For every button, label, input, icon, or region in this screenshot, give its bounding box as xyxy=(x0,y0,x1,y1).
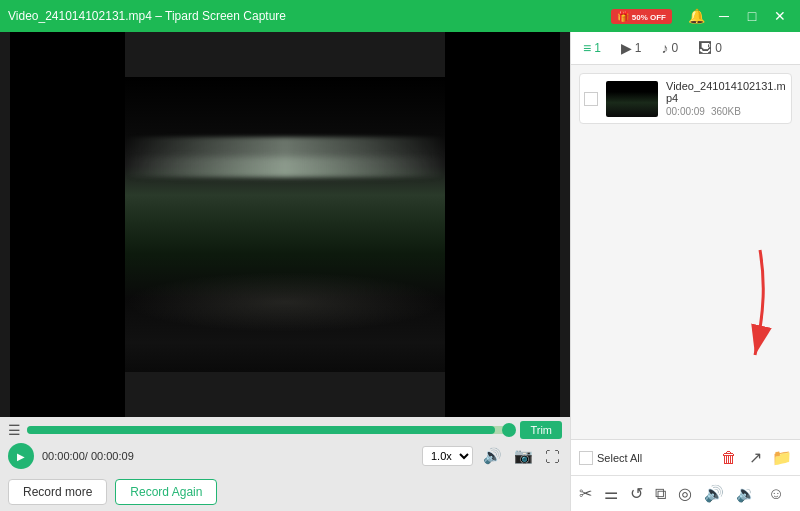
audio-up-icon[interactable]: 🔊 xyxy=(704,484,724,503)
delete-icon[interactable]: 🗑 xyxy=(719,447,739,469)
bottom-icons: 🗑 ↗ 📁 xyxy=(719,446,792,469)
play-button[interactable]: ▶ xyxy=(8,443,34,469)
app-title: Video_241014102131.mp4 – Tipard Screen C… xyxy=(8,9,286,23)
video-right-bar xyxy=(445,32,560,417)
tab-audio-count: 0 xyxy=(672,41,679,55)
tab-image[interactable]: ⛾ 0 xyxy=(694,38,726,58)
progress-track[interactable] xyxy=(27,426,514,434)
menu-icon[interactable]: ☰ xyxy=(8,422,21,438)
controls-bar: ☰ Trim ▶ 00:00:00/ 00:00:09 1.0x 0.5x 1.… xyxy=(0,417,570,511)
playback-row: ▶ 00:00:00/ 00:00:09 1.0x 0.5x 1.5x 2.0x… xyxy=(8,443,562,469)
progress-thumb xyxy=(502,423,516,437)
select-all-checkbox[interactable] xyxy=(579,451,593,465)
tab-video[interactable]: ≡ 1 xyxy=(579,38,605,58)
right-panel: ≡ 1 ▶ 1 ♪ 0 ⛾ 0 xyxy=(570,32,800,511)
trim-button[interactable]: Trim xyxy=(520,421,562,439)
list-icon: ≡ xyxy=(583,40,591,56)
video-particles xyxy=(125,272,445,332)
select-all-area: Select All xyxy=(579,451,715,465)
record-more-button[interactable]: Record more xyxy=(8,479,107,505)
app-bottom-bar: ✂ ⚌ ↺ ⧉ ◎ 🔊 🔉 ☺ xyxy=(571,475,800,511)
right-panel-inner: Video_241014102131.mp4 00:00:09 360KB xyxy=(571,65,800,475)
bottom-toolbar: Select All 🗑 ↗ 📁 xyxy=(571,439,800,475)
tab-play[interactable]: ▶ 1 xyxy=(617,38,646,58)
video-area xyxy=(0,32,570,417)
file-duration: 00:00:09 xyxy=(666,106,705,117)
camera-icon[interactable]: 📷 xyxy=(512,445,535,467)
video-left-bar xyxy=(10,32,125,417)
speed-select[interactable]: 1.0x 0.5x 1.5x 2.0x xyxy=(422,446,473,466)
rotate-icon[interactable]: ↺ xyxy=(630,484,643,503)
audio-down-icon[interactable]: 🔉 xyxy=(736,484,756,503)
tab-audio[interactable]: ♪ 0 xyxy=(658,38,683,58)
more-icon[interactable]: ☺ xyxy=(768,485,784,503)
promo-badge[interactable]: 🎁 50% OFF xyxy=(611,9,672,24)
scissors-icon[interactable]: ✂ xyxy=(579,484,592,503)
file-item[interactable]: Video_241014102131.mp4 00:00:09 360KB xyxy=(579,73,792,124)
image-icon: ⛾ xyxy=(698,40,712,56)
file-checkbox[interactable] xyxy=(584,92,598,106)
tab-image-count: 0 xyxy=(715,41,722,55)
export-icon[interactable]: ↗ xyxy=(747,446,764,469)
tab-video-count: 1 xyxy=(594,41,601,55)
tab-play-count: 1 xyxy=(635,41,642,55)
red-arrow-annotation xyxy=(700,240,780,370)
file-meta: 00:00:09 360KB xyxy=(666,106,787,117)
minimize-button[interactable]: ─ xyxy=(712,4,736,28)
volume-icon[interactable]: 🔊 xyxy=(481,445,504,467)
notification-icon[interactable]: 🔔 xyxy=(684,4,708,28)
tab-bar: ≡ 1 ▶ 1 ♪ 0 ⛾ 0 xyxy=(571,32,800,65)
file-thumbnail xyxy=(606,81,658,117)
video-wave2 xyxy=(125,157,445,177)
time-display: 00:00:00/ 00:00:09 xyxy=(42,450,134,462)
equalizer-icon[interactable]: ⚌ xyxy=(604,484,618,503)
maximize-button[interactable]: □ xyxy=(740,4,764,28)
play-icon: ▶ xyxy=(621,40,632,56)
file-thumb-inner xyxy=(606,81,658,117)
folder-icon[interactable]: 📁 xyxy=(772,448,792,467)
left-panel: ☰ Trim ▶ 00:00:00/ 00:00:09 1.0x 0.5x 1.… xyxy=(0,32,570,511)
progress-row: ☰ Trim xyxy=(8,421,562,439)
file-list: Video_241014102131.mp4 00:00:09 360KB xyxy=(571,65,800,260)
progress-fill xyxy=(27,426,495,434)
close-button[interactable]: ✕ xyxy=(768,4,792,28)
video-content xyxy=(125,77,445,372)
select-all-label: Select All xyxy=(597,452,642,464)
copy-icon[interactable]: ⧉ xyxy=(655,485,666,503)
music-icon: ♪ xyxy=(662,40,669,56)
action-row: Record more Record Again xyxy=(8,473,562,507)
title-bar: Video_241014102131.mp4 – Tipard Screen C… xyxy=(0,0,800,32)
file-name: Video_241014102131.mp4 xyxy=(666,80,787,104)
file-info: Video_241014102131.mp4 00:00:09 360KB xyxy=(666,80,787,117)
main-layout: ☰ Trim ▶ 00:00:00/ 00:00:09 1.0x 0.5x 1.… xyxy=(0,32,800,511)
title-bar-right: 🎁 50% OFF 🔔 ─ □ ✕ xyxy=(611,4,792,28)
title-bar-left: Video_241014102131.mp4 – Tipard Screen C… xyxy=(8,9,286,23)
record-again-button[interactable]: Record Again xyxy=(115,479,217,505)
target-icon[interactable]: ◎ xyxy=(678,484,692,503)
file-size: 360KB xyxy=(711,106,741,117)
arrow-area xyxy=(571,260,800,439)
fullscreen-icon[interactable]: ⛶ xyxy=(543,446,562,467)
